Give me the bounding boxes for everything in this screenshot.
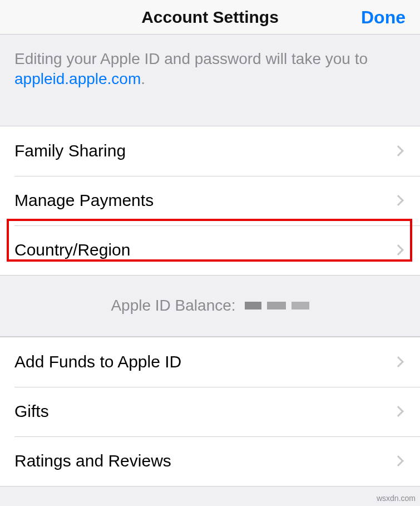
chevron-right-icon [393,455,404,466]
header-bar: Account Settings Done [0,0,420,35]
info-text-block: Editing your Apple ID and password will … [0,35,420,90]
row-add-funds[interactable]: Add Funds to Apple ID [0,337,420,387]
row-label: Family Sharing [14,141,126,160]
chevron-right-icon [393,406,404,417]
chevron-right-icon [393,145,404,156]
redacted-value [245,302,261,310]
chevron-right-icon [393,356,404,367]
redacted-value [291,302,309,310]
watermark-text: wsxdn.com [377,494,416,503]
settings-list-1: Family Sharing Manage Payments Country/R… [0,126,420,276]
appleid-link[interactable]: appleid.apple.com [14,70,141,87]
settings-list-2: Add Funds to Apple ID Gifts Ratings and … [0,337,420,487]
done-button[interactable]: Done [361,7,406,27]
section-spacer [0,487,420,500]
row-label: Country/Region [14,240,130,259]
chevron-right-icon [393,195,404,206]
chevron-right-icon [393,244,404,256]
row-label: Manage Payments [14,191,154,210]
row-gifts[interactable]: Gifts [0,387,420,436]
info-text-prefix: Editing your Apple ID and password will … [14,50,368,67]
row-label: Add Funds to Apple ID [14,352,181,371]
balance-label: Apple ID Balance: [111,297,235,315]
row-country-region[interactable]: Country/Region [0,225,420,275]
row-family-sharing[interactable]: Family Sharing [0,126,420,176]
info-text-suffix: . [141,70,145,87]
row-ratings-reviews[interactable]: Ratings and Reviews [0,436,420,486]
row-label: Ratings and Reviews [14,451,171,470]
apple-id-balance-row: Apple ID Balance: [0,276,420,337]
redacted-value [267,302,286,310]
section-spacer [0,90,420,126]
row-manage-payments[interactable]: Manage Payments [0,176,420,225]
row-label: Gifts [14,402,49,421]
page-title: Account Settings [141,8,279,27]
